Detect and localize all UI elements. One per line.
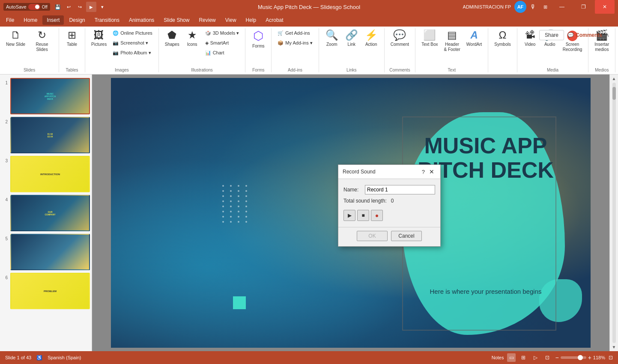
menu-insert[interactable]: Insert [42, 15, 64, 25]
autosave-badge[interactable]: AutoSave Off [3, 3, 50, 11]
comment-label: Comment [391, 42, 409, 47]
dialog-close-button[interactable]: ✕ [427, 167, 436, 176]
display-settings-icon[interactable]: ⊞ [540, 2, 550, 12]
play-button[interactable]: ▶ [343, 210, 355, 221]
menu-slideshow[interactable]: Slide Show [159, 15, 194, 25]
stop-button[interactable]: ■ [357, 210, 369, 221]
zoom-button[interactable]: 🔍 Zoom [322, 28, 341, 60]
link-button[interactable]: 🔗 Link [342, 28, 361, 60]
slideshow-button[interactable]: ⊡ [543, 353, 552, 362]
menu-acrobat[interactable]: Acrobat [261, 15, 287, 25]
ribbon-icon[interactable]: 🎙 [528, 2, 538, 12]
slide-thumb-wrapper-2[interactable]: 2 01 0203 04 [2, 117, 90, 153]
slide-thumb-wrapper-3[interactable]: 3 INTRODUCTION [2, 156, 90, 192]
zoom-slider[interactable] [561, 356, 586, 359]
slide-info: Slide 1 of 43 [5, 355, 31, 360]
slide-thumb-5[interactable] [10, 234, 90, 270]
share-button[interactable]: Share [539, 30, 564, 40]
menu-help[interactable]: Help [242, 15, 261, 25]
comment-button[interactable]: 💬 Comment [388, 28, 412, 60]
action-button[interactable]: ⚡ Action [362, 28, 381, 60]
slides-group-label: Slides [24, 66, 35, 72]
normal-view-button[interactable]: ▭ [507, 353, 516, 362]
record-button[interactable]: ● [371, 210, 383, 221]
new-slide-button[interactable]: 🗋 New Slide [3, 28, 28, 60]
comment-icon: 💬 [393, 30, 406, 40]
reuse-slides-button[interactable]: ↻ Reuse Slides [29, 28, 55, 60]
scroll-down-button[interactable]: ▼ [603, 214, 608, 218]
online-pictures-button[interactable]: 🌐 Online Pictures [110, 28, 155, 38]
autosave-toggle[interactable] [28, 4, 40, 10]
smartart-button[interactable]: ◈ SmartArt [203, 38, 242, 48]
ribbon-right: Share 💬 Comments ∧ [539, 30, 609, 40]
slide-thumb-2[interactable]: 01 0203 04 [10, 117, 90, 153]
scrollbar-thumb[interactable] [612, 87, 616, 100]
icons-button[interactable]: ★ Icons [183, 28, 202, 60]
text-box-button[interactable]: ⬜ Text Box [419, 28, 440, 60]
fit-slide-button[interactable]: ⊡ [609, 355, 613, 361]
undo-button[interactable]: ↩ [64, 2, 74, 12]
zoom-out-button[interactable]: − [555, 354, 558, 361]
wordart-label: WordArt [466, 42, 482, 47]
slide-thumb-wrapper-6[interactable]: 6 PROBLEM [2, 273, 90, 309]
notes-button[interactable]: Notes [492, 355, 504, 360]
maximize-button[interactable]: ❐ [573, 0, 593, 14]
slide-thumb-wrapper-4[interactable]: 4 OURCOMPANY [2, 195, 90, 231]
menu-design[interactable]: Design [65, 15, 89, 25]
ribbon-collapse-button[interactable]: ∧ [606, 32, 609, 38]
my-addins-button[interactable]: 📦 My Add-ins ▾ [275, 38, 315, 48]
menu-view[interactable]: View [221, 15, 241, 25]
menu-home[interactable]: Home [19, 15, 42, 25]
slide-4-text: OURCOMPANY [11, 196, 89, 230]
redo-button[interactable]: ↪ [75, 2, 85, 12]
chart-button[interactable]: 📊 Chart [203, 48, 242, 57]
sidebar-scroll-up[interactable]: ▲ [612, 76, 616, 81]
zoom-in-button[interactable]: + [588, 354, 591, 361]
slide-thumb-wrapper-5[interactable]: 5 [2, 234, 90, 270]
3d-models-icon: 🎲 [205, 30, 211, 36]
slide-thumb-6[interactable]: PROBLEM [10, 273, 90, 309]
customize-button[interactable]: ▾ [97, 2, 107, 12]
wordart-button[interactable]: A WordArt [464, 28, 485, 60]
slide-thumb-3[interactable]: INTRODUCTION [10, 156, 90, 192]
scroll-up-button[interactable]: ▲ [603, 207, 608, 212]
menu-review[interactable]: Review [194, 15, 220, 25]
table-label: Table [67, 42, 77, 47]
reading-view-button[interactable]: ▷ [531, 353, 540, 362]
menu-transitions[interactable]: Transitions [90, 15, 124, 25]
video-icon: 📽 [525, 30, 535, 40]
slide-thumb-wrapper-1[interactable]: 1 MUSICAPP PITCHDECK [2, 78, 90, 114]
video-button[interactable]: 📽 Video [521, 28, 540, 60]
accessibility-button[interactable]: ♿ [36, 355, 42, 361]
menu-file[interactable]: File [2, 15, 18, 25]
minimize-button[interactable]: — [552, 0, 572, 14]
photo-album-button[interactable]: 📷 Photo Album ▾ [110, 48, 155, 57]
sound-length-label: Total sound length: [343, 198, 387, 204]
header-footer-button[interactable]: ▤ Header& Footer [442, 28, 463, 60]
cancel-button[interactable]: Cancel [391, 231, 422, 241]
get-addins-label: Get Add-ins [285, 30, 310, 36]
new-slide-label: New Slide [6, 42, 25, 47]
record-sound-dialog[interactable]: Record Sound ? ✕ Name: Total sound len [338, 164, 441, 247]
name-input[interactable] [365, 185, 435, 194]
table-button[interactable]: ⊞ Table [63, 28, 81, 60]
present-button[interactable]: ▶ [86, 2, 96, 12]
slide-sorter-button[interactable]: ⊞ [519, 353, 528, 362]
screenshot-button[interactable]: 📷 Screenshot ▾ [110, 38, 155, 48]
symbols-button[interactable]: Ω Symbols [492, 28, 513, 60]
pictures-button[interactable]: 🖼 Pictures [89, 28, 109, 60]
tables-group-label: Tables [66, 66, 78, 72]
forms-button[interactable]: ⬡ Forms [249, 28, 268, 60]
slide-thumb-1[interactable]: MUSICAPP PITCHDECK [10, 78, 90, 114]
menu-animations[interactable]: Animations [125, 15, 158, 25]
shapes-button[interactable]: ⬟ Shapes [162, 28, 182, 60]
close-button[interactable]: ✕ [595, 0, 615, 14]
sidebar-scroll-down[interactable]: ▼ [612, 345, 616, 349]
3d-models-button[interactable]: 🎲 3D Models ▾ [203, 28, 242, 38]
slide-thumb-4[interactable]: OURCOMPANY [10, 195, 90, 231]
comments-panel-button[interactable]: 💬 Comments [567, 32, 602, 38]
ok-button[interactable]: OK [357, 231, 388, 241]
get-addins-button[interactable]: 🛒 Get Add-ins [275, 28, 315, 38]
dialog-help-icon[interactable]: ? [422, 169, 425, 175]
save-button[interactable]: 💾 [53, 2, 63, 12]
